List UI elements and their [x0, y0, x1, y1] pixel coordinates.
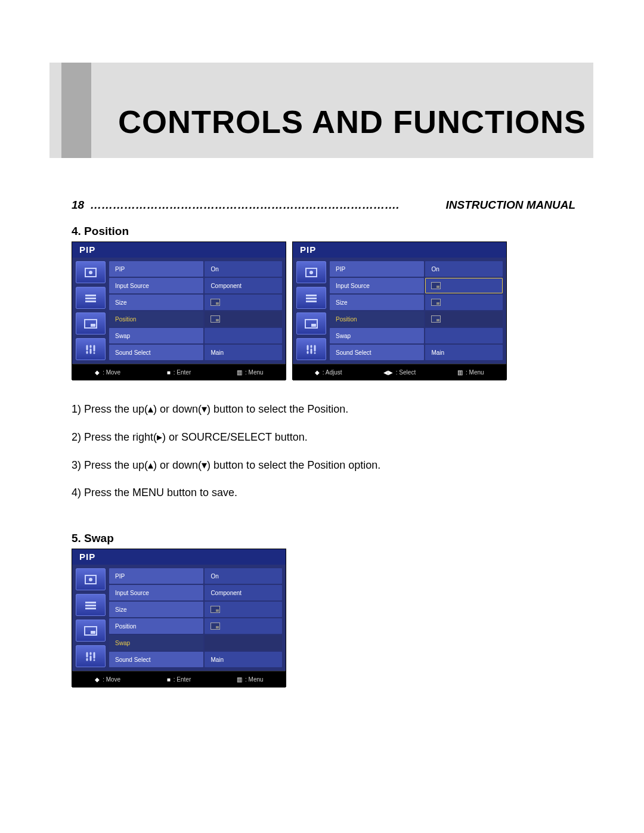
- step-3: 3) Press the up(▴) or down(▾) button to …: [72, 451, 575, 479]
- row-position: Position: [330, 311, 503, 327]
- osd-screenshot-position-right: PIP PIPOn Input Source Size Position Swa…: [292, 241, 507, 380]
- section-heading-position: 4. Position: [72, 225, 575, 238]
- svg-rect-18: [85, 608, 96, 609]
- menu-icon: ▥: [457, 369, 463, 376]
- row-input-source: Input Source: [330, 278, 503, 293]
- osd-footer: ◆: Move ■: Enter ▥: Menu: [72, 671, 286, 688]
- row-position: Position: [109, 618, 282, 634]
- nav-channel-icon: [296, 287, 326, 309]
- row-sound-select: Sound SelectMain: [109, 345, 282, 360]
- row-size: Size: [109, 602, 282, 617]
- row-swap: Swap: [109, 328, 282, 343]
- footer-move: : Move: [103, 676, 120, 683]
- osd-side-nav: [72, 565, 109, 671]
- row-pip: PIPOn: [109, 568, 282, 584]
- nav-channel-icon: [76, 287, 106, 309]
- footer-menu: : Menu: [466, 369, 484, 376]
- size-icon: [210, 606, 220, 613]
- row-pip: PIPOn: [330, 261, 503, 277]
- position-icon: [210, 623, 220, 630]
- row-size: Size: [330, 295, 503, 310]
- nav-setup-icon: [296, 338, 326, 360]
- svg-rect-2: [85, 295, 96, 296]
- svg-rect-4: [85, 301, 96, 302]
- nav-pip-icon: [296, 312, 326, 335]
- row-sound-select: Sound SelectMain: [109, 652, 282, 667]
- footer-menu: : Menu: [245, 369, 264, 376]
- row-pip: PIPOn: [109, 261, 282, 277]
- row-input-source: Input SourceComponent: [109, 278, 282, 293]
- svg-rect-13: [311, 324, 316, 327]
- svg-rect-11: [306, 301, 317, 302]
- nav-setup-icon: [76, 338, 106, 360]
- square-icon: ■: [167, 369, 171, 376]
- banner-stripe: [61, 63, 91, 158]
- osd-screenshot-swap: PIP PIPOn Input SourceComponent Size Pos…: [72, 549, 286, 687]
- footer-move: : Move: [103, 369, 120, 376]
- menu-icon: ▥: [237, 676, 242, 683]
- svg-rect-17: [85, 605, 96, 606]
- updown-icon: ◆: [95, 676, 100, 683]
- step-4: 4) Press the MENU button to save.: [72, 479, 575, 507]
- nav-picture-icon: [76, 261, 106, 283]
- step-1: 1) Press the up(▴) or down(▾) button to …: [72, 395, 575, 423]
- svg-rect-3: [85, 298, 96, 299]
- nav-picture-icon: [76, 568, 106, 590]
- menu-icon: ▥: [237, 369, 242, 376]
- svg-rect-20: [91, 631, 95, 634]
- osd-title: PIP: [293, 242, 506, 258]
- footer-enter: : Enter: [174, 676, 191, 683]
- osd-side-nav: [293, 258, 330, 364]
- osd-title: PIP: [72, 549, 286, 565]
- size-icon: [210, 299, 220, 306]
- svg-rect-10: [306, 298, 317, 299]
- position-icon: [210, 315, 220, 323]
- nav-picture-icon: [296, 261, 326, 283]
- svg-rect-16: [85, 602, 96, 603]
- footer-enter: : Enter: [174, 369, 191, 376]
- square-icon: ■: [167, 676, 171, 683]
- instruction-steps: 1) Press the up(▴) or down(▾) button to …: [72, 395, 575, 507]
- osd-footer: ◆: Adjust ◀▶: Select ▥: Menu: [293, 364, 506, 380]
- nav-pip-icon: [76, 620, 106, 642]
- svg-point-8: [309, 271, 313, 274]
- svg-rect-9: [306, 295, 317, 296]
- section-heading-swap: 5. Swap: [72, 532, 575, 545]
- svg-point-15: [89, 578, 92, 581]
- chapter-title: CONTROLS AND FUNCTIONS: [118, 103, 586, 140]
- row-input-source: Input SourceComponent: [109, 585, 282, 600]
- osd-options: PIPOn Input SourceComponent Size Positio…: [109, 258, 286, 364]
- svg-point-1: [89, 271, 92, 274]
- row-swap: Swap: [330, 328, 503, 343]
- osd-screenshot-position-left: PIP PIPOn Input SourceComponent Size Pos…: [72, 241, 286, 380]
- osd-title: PIP: [72, 242, 286, 258]
- row-swap: Swap: [109, 635, 282, 651]
- nav-setup-icon: [76, 645, 106, 667]
- nav-pip-icon: [76, 312, 106, 335]
- row-sound-select: Sound SelectMain: [330, 345, 503, 360]
- row-position: Position: [109, 311, 282, 327]
- position-icon: [431, 315, 441, 323]
- page-number: 18: [72, 199, 84, 212]
- page-header-row: 18 ………………………………………………………………………. INSTRUCT…: [72, 199, 575, 212]
- footer-adjust: : Adjust: [323, 369, 342, 376]
- osd-side-nav: [72, 258, 109, 364]
- leftright-icon: ◀▶: [383, 369, 393, 376]
- osd-options: PIPOn Input Source Size Position Swap So…: [330, 258, 506, 364]
- size-icon: [431, 299, 441, 306]
- osd-footer: ◆: Move ■: Enter ▥: Menu: [72, 364, 286, 380]
- svg-rect-6: [91, 324, 95, 327]
- nav-channel-icon: [76, 594, 106, 616]
- chapter-banner: CONTROLS AND FUNCTIONS: [49, 63, 593, 158]
- manual-name: INSTRUCTION MANUAL: [446, 199, 575, 212]
- row-size: Size: [109, 295, 282, 310]
- updown-icon: ◆: [95, 369, 100, 376]
- footer-menu: : Menu: [245, 676, 264, 683]
- leader-dots: ……………………………………………………………………….: [90, 199, 399, 212]
- updown-icon: ◆: [315, 369, 320, 376]
- step-2: 2) Press the right(▸) or SOURCE/SELECT b…: [72, 423, 575, 451]
- footer-select: : Select: [396, 369, 416, 376]
- position-icon: [431, 282, 441, 289]
- osd-options: PIPOn Input SourceComponent Size Positio…: [109, 565, 286, 671]
